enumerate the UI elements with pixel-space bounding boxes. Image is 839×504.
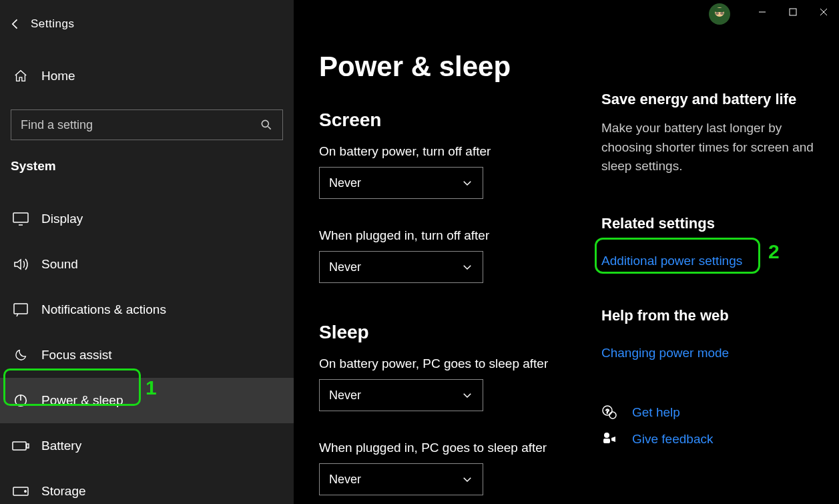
annotation-number-2: 2	[768, 240, 780, 263]
minimize-icon	[758, 8, 766, 16]
close-icon	[820, 8, 828, 16]
sidebar-item-notifications[interactable]: Notifications & actions	[0, 287, 294, 332]
search-input[interactable]: Find a setting	[11, 109, 283, 140]
app-title: Settings	[31, 17, 74, 31]
sidebar-item-focus-assist[interactable]: Focus assist	[0, 332, 294, 378]
main-area: Power & sleep Screen On battery power, t…	[294, 0, 839, 504]
svg-rect-18	[603, 439, 610, 443]
back-button[interactable]	[0, 9, 31, 39]
select-value: Never	[329, 176, 361, 190]
sidebar-item-label: Display	[41, 212, 83, 226]
additional-power-settings-link[interactable]: Additional power settings	[601, 254, 742, 268]
sleep-heading: Sleep	[319, 322, 581, 343]
sound-icon	[12, 256, 29, 273]
sidebar-item-label: Power & sleep	[41, 393, 123, 408]
sidebar-item-storage[interactable]: Storage	[0, 469, 294, 504]
sidebar-category: System	[11, 159, 294, 174]
notifications-icon	[12, 301, 29, 318]
sidebar-item-sound[interactable]: Sound	[0, 242, 294, 287]
screen-battery-select[interactable]: Never	[319, 167, 483, 199]
sidebar-item-label: Sound	[41, 257, 78, 272]
storage-icon	[12, 483, 29, 500]
moon-icon	[12, 346, 29, 364]
svg-point-0	[262, 120, 268, 127]
give-feedback-link[interactable]: Give feedback	[632, 432, 713, 447]
svg-rect-5	[27, 444, 29, 448]
sidebar-item-display[interactable]: Display	[0, 196, 294, 242]
sidebar: Settings Home Find a setting System Di	[0, 0, 294, 504]
power-icon	[12, 392, 29, 409]
chevron-down-icon	[461, 473, 473, 485]
svg-point-17	[604, 433, 609, 438]
sidebar-item-label: Storage	[41, 484, 86, 499]
sleep-plugged-label: When plugged in, PC goes to sleep after	[319, 441, 581, 455]
changing-power-mode-link[interactable]: Changing power mode	[601, 346, 729, 360]
user-avatar[interactable]	[708, 3, 731, 25]
select-value: Never	[329, 389, 361, 403]
chevron-down-icon	[461, 389, 473, 401]
maximize-button[interactable]	[778, 0, 808, 24]
related-settings-heading: Related settings	[601, 215, 819, 232]
select-value: Never	[329, 260, 361, 274]
screen-battery-label: On battery power, turn off after	[319, 144, 581, 159]
select-value: Never	[329, 473, 361, 487]
sidebar-item-battery[interactable]: Battery	[0, 423, 294, 469]
svg-rect-12	[720, 12, 724, 15]
chevron-down-icon	[461, 261, 473, 273]
back-arrow-icon	[9, 17, 22, 31]
search-icon	[260, 118, 273, 132]
display-icon	[12, 210, 29, 228]
battery-icon	[12, 437, 29, 455]
page-title: Power & sleep	[319, 51, 581, 83]
svg-rect-13	[790, 9, 796, 15]
close-button[interactable]	[808, 0, 839, 24]
save-energy-heading: Save energy and battery life	[601, 91, 819, 108]
sleep-plugged-select[interactable]: Never	[319, 463, 483, 495]
svg-point-15	[609, 412, 616, 419]
sleep-battery-label: On battery power, PC goes to sleep after	[319, 356, 581, 371]
home-icon	[12, 67, 29, 85]
screen-plugged-select[interactable]: Never	[319, 251, 483, 283]
related-settings-section: Related settings Additional power settin…	[601, 215, 819, 268]
screen-plugged-label: When plugged in, turn off after	[319, 228, 581, 243]
svg-rect-2	[14, 304, 27, 314]
sidebar-home[interactable]: Home	[0, 60, 294, 92]
save-energy-body: Make your battery last longer by choosin…	[601, 119, 819, 176]
svg-rect-11	[716, 12, 719, 15]
maximize-icon	[789, 8, 797, 16]
screen-heading: Screen	[319, 109, 581, 131]
sidebar-item-label: Focus assist	[41, 348, 112, 362]
svg-rect-10	[714, 8, 725, 12]
svg-text:?: ?	[605, 408, 609, 415]
svg-rect-1	[13, 213, 28, 222]
feedback-icon	[601, 431, 617, 447]
chevron-down-icon	[461, 177, 473, 189]
sleep-battery-select[interactable]: Never	[319, 379, 483, 411]
svg-rect-4	[13, 442, 26, 450]
home-label: Home	[41, 69, 75, 83]
get-help-link[interactable]: Get help	[632, 405, 680, 420]
help-web-heading: Help from the web	[601, 307, 819, 324]
svg-point-7	[25, 491, 26, 492]
annotation-number-1: 1	[146, 376, 157, 399]
sidebar-item-label: Notifications & actions	[41, 302, 166, 317]
minimize-button[interactable]	[747, 0, 778, 24]
sidebar-item-label: Battery	[41, 439, 81, 453]
get-help-icon: ?	[601, 405, 617, 421]
search-placeholder: Find a setting	[21, 118, 93, 132]
